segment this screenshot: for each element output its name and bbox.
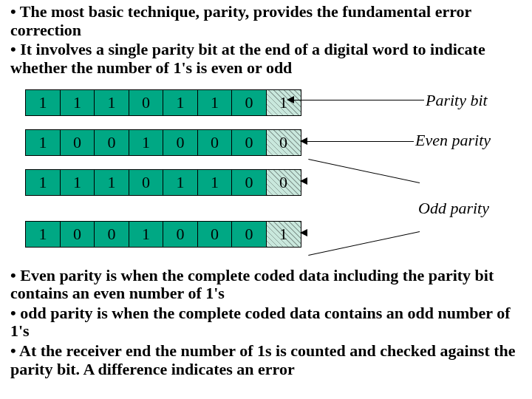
bit-row-4: 1 0 0 1 0 0 0 1 bbox=[25, 221, 301, 248]
bit-cell: 0 bbox=[163, 221, 198, 248]
bullet-bottom-3: • At the receiver end the number of 1s i… bbox=[10, 342, 522, 378]
arrow-head-icon bbox=[300, 177, 307, 185]
arrow-line bbox=[308, 231, 420, 256]
bullet-bottom-2: • odd parity is when the complete coded … bbox=[10, 304, 522, 341]
arrow-head-icon bbox=[287, 96, 294, 103]
bit-cell: 0 bbox=[231, 221, 267, 248]
parity-cell: 1 bbox=[266, 89, 301, 116]
arrow-line bbox=[308, 158, 420, 183]
bit-cell: 0 bbox=[60, 221, 95, 248]
bullet-top-1: • The most basic technique, parity, prov… bbox=[10, 3, 522, 39]
bit-cell: 1 bbox=[25, 221, 61, 248]
arrow-head-icon bbox=[300, 229, 307, 236]
bit-cell: 0 bbox=[163, 129, 198, 156]
bit-cell: 1 bbox=[197, 89, 233, 116]
bit-cell: 1 bbox=[25, 89, 61, 116]
bit-cell: 0 bbox=[231, 89, 267, 116]
bit-cell: 1 bbox=[129, 129, 164, 156]
arrow-line bbox=[306, 141, 414, 142]
bit-cell: 0 bbox=[231, 129, 267, 156]
bullet-bottom-1: • Even parity is when the complete coded… bbox=[10, 267, 522, 303]
label-even-parity: Even parity bbox=[415, 131, 491, 150]
label-odd-parity: Odd parity bbox=[418, 199, 489, 218]
bit-cell: 0 bbox=[197, 221, 233, 248]
bit-cell: 1 bbox=[163, 169, 198, 196]
bit-cell: 1 bbox=[25, 129, 61, 156]
arrow-line bbox=[293, 100, 424, 100]
bit-cell: 1 bbox=[129, 221, 164, 248]
bit-cell: 1 bbox=[60, 89, 95, 116]
bit-cell: 0 bbox=[231, 169, 267, 196]
bit-row-3: 1 1 1 0 1 1 0 0 bbox=[25, 169, 301, 196]
arrow-head-icon bbox=[300, 137, 307, 145]
bit-cell: 0 bbox=[129, 169, 164, 196]
parity-cell: 1 bbox=[266, 221, 301, 248]
bit-cell: 1 bbox=[94, 89, 129, 116]
parity-cell: 0 bbox=[266, 129, 301, 156]
parity-cell: 0 bbox=[266, 169, 301, 196]
bit-cell: 1 bbox=[197, 169, 233, 196]
bit-cell: 1 bbox=[60, 169, 95, 196]
bit-cell: 0 bbox=[94, 129, 129, 156]
parity-diagram: 1 1 1 0 1 1 0 1 1 0 0 1 0 0 0 0 1 1 1 0 … bbox=[10, 83, 522, 261]
bit-cell: 0 bbox=[197, 129, 233, 156]
bit-cell: 1 bbox=[94, 169, 129, 196]
bit-row-2: 1 0 0 1 0 0 0 0 bbox=[25, 129, 301, 156]
bit-cell: 0 bbox=[129, 89, 164, 116]
bit-cell: 0 bbox=[94, 221, 129, 248]
label-parity-bit: Parity bit bbox=[426, 91, 488, 110]
bit-cell: 1 bbox=[163, 89, 198, 116]
bit-cell: 1 bbox=[25, 169, 61, 196]
bit-row-1: 1 1 1 0 1 1 0 1 bbox=[25, 89, 301, 116]
bit-cell: 0 bbox=[60, 129, 95, 156]
bullet-top-2: • It involves a single parity bit at the… bbox=[10, 41, 522, 77]
